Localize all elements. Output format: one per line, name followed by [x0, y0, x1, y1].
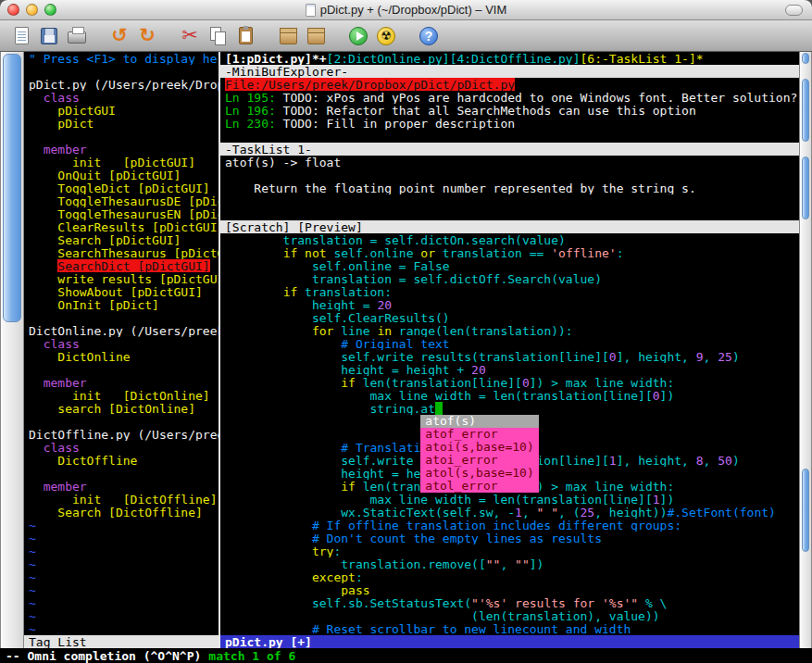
tasklist-line[interactable]: [220, 130, 799, 143]
preview-scrollbar-thumb[interactable]: [802, 156, 809, 219]
taglist-line[interactable]: SearchThesaurus [pDictG: [24, 246, 219, 259]
copy-icon[interactable]: [204, 22, 231, 50]
taglist-line[interactable]: __init__ [DictOffline]: [24, 493, 219, 506]
code-line[interactable]: (len(translation), value)): [220, 609, 799, 622]
active-statusline[interactable]: pDict.py [+]: [220, 635, 799, 648]
run-script-icon[interactable]: [344, 22, 372, 50]
right-scrollbar[interactable]: [799, 52, 812, 648]
taglist-line[interactable]: member: [24, 480, 219, 493]
taglist-line[interactable]: [24, 65, 219, 78]
mbe-buffer-entry[interactable]: [6:-TaskList_1-]*: [581, 52, 704, 65]
taglist-line[interactable]: ToggleThesaurusEN [pDic: [24, 207, 219, 220]
preview-statusline[interactable]: [Scratch] [Preview]: [220, 220, 799, 233]
code-line[interactable]: self.online = False: [220, 259, 799, 272]
save-icon[interactable]: [35, 22, 63, 50]
code-line[interactable]: # Original text: [220, 337, 799, 350]
taglist-line[interactable]: [24, 467, 219, 480]
code-line[interactable]: if not self.online or translation == 'of…: [220, 246, 799, 259]
code-line[interactable]: string.at: [220, 402, 799, 415]
mbe-buffer-entry[interactable]: [2:DictOnline.py]: [327, 52, 450, 65]
mbe-buffer-entry[interactable]: [1:pDict.py]*+: [225, 52, 327, 65]
code-line[interactable]: wx.StaticText(self.sw, -1, " ", (25, hei…: [220, 506, 799, 519]
taglist-line[interactable]: ClearResults [pDictGUI]: [24, 220, 219, 233]
taglist-line[interactable]: DictOffline.py (/Users/pree: [24, 428, 219, 441]
minimize-button[interactable]: [26, 4, 38, 16]
code-line[interactable]: # If offline translation includes differ…: [220, 519, 799, 532]
code-line[interactable]: self.sb.SetStatusText("'%s' results for …: [220, 596, 799, 609]
tasklist-scrollbar-thumb[interactable]: [802, 79, 809, 142]
toolbar-toggle-button[interactable]: [785, 5, 803, 16]
save-session-icon[interactable]: [302, 22, 330, 50]
preview-line[interactable]: [220, 207, 799, 220]
completion-item[interactable]: atol(s,base=10): [420, 467, 538, 480]
print-icon[interactable]: [63, 22, 91, 50]
taglist-line[interactable]: [24, 311, 219, 324]
taglist-line[interactable]: ToggleThesaurusDE [pDic: [24, 194, 219, 207]
taglist-line[interactable]: DictOnline.py (/Users/preek: [24, 324, 219, 337]
completion-item[interactable]: atoi_error: [420, 454, 538, 467]
completion-item[interactable]: atoi(s,base=10): [420, 441, 538, 454]
taglist-line[interactable]: [24, 363, 219, 376]
help-icon[interactable]: ?: [415, 22, 443, 50]
code-line[interactable]: max_line_width = len(translation[line][1…: [220, 493, 799, 506]
taglist-line[interactable]: SearchDict [pDictGUI]: [24, 259, 219, 272]
code-line[interactable]: translation.remove(["", ""]): [220, 557, 799, 570]
taglist-line[interactable]: DictOffline: [24, 454, 219, 467]
undo-icon[interactable]: ↺: [106, 22, 133, 50]
code-scrollbar-thumb[interactable]: [802, 469, 809, 552]
mbe-buffer-entry[interactable]: [4:DictOffline.py]: [450, 52, 581, 65]
taglist-line[interactable]: __init__ [DictOnline]: [24, 389, 219, 402]
code-line[interactable]: pass: [220, 583, 799, 596]
taglist-line[interactable]: class: [24, 337, 219, 350]
taglist-line[interactable]: write_results [pDictGUI: [24, 272, 219, 285]
taglist-line[interactable]: " Press <F1> to display hel: [24, 52, 219, 65]
taglist-line[interactable]: ToggleDict [pDictGUI]: [24, 181, 219, 194]
completion-item[interactable]: atof_error: [420, 428, 538, 441]
code-line[interactable]: for line in range(len(translation)):: [220, 324, 799, 337]
cut-icon[interactable]: ✂: [176, 22, 204, 50]
code-line[interactable]: translation = self.dictOn.search(value): [220, 233, 799, 246]
open-file-icon[interactable]: [7, 22, 35, 50]
tasklist-statusline[interactable]: -TaskList_1-: [220, 143, 799, 156]
minibuf-scrollbar-thumb[interactable]: [802, 53, 809, 64]
preview-line[interactable]: [220, 169, 799, 181]
taglist-line[interactable]: OnInit [pDict]: [24, 298, 219, 311]
code-line[interactable]: height = 20: [220, 298, 799, 311]
left-scrollbar[interactable]: [0, 52, 24, 648]
code-line[interactable]: self.ClearResults(): [220, 311, 799, 324]
taglist-line[interactable]: [24, 415, 219, 428]
title-bar[interactable]: pDict.py + (~/Dropbox/pDict) – VIM: [0, 0, 812, 20]
code-line[interactable]: # Reset scrollbar to new linecount and w…: [220, 622, 799, 635]
taglist-line[interactable]: __init__ [pDictGUI]: [24, 156, 219, 169]
preview-line[interactable]: atof(s) -> float: [220, 156, 799, 169]
code-line[interactable]: # Don't count the empty lines as results: [220, 532, 799, 544]
tasklist-line[interactable]: File:/Users/preek/Dropbox/pDict/pDict.py: [220, 78, 799, 91]
taglist-line[interactable]: Search [DictOffline]: [24, 506, 219, 519]
taglist-line[interactable]: pDict.py (/Users/preek/Drop: [24, 78, 219, 91]
taglist-line[interactable]: OnQuit [pDictGUI]: [24, 169, 219, 181]
completion-item[interactable]: atol_error: [420, 480, 538, 493]
taglist-line[interactable]: [24, 130, 219, 143]
taglist-line[interactable]: ShowAbout [pDictGUI]: [24, 285, 219, 298]
minibufexplorer-statusline[interactable]: -MiniBufExplorer-: [220, 65, 799, 78]
code-line[interactable]: translation = self.dictOff.Search(value): [220, 272, 799, 285]
taglist-line[interactable]: member: [24, 143, 219, 156]
load-session-icon[interactable]: [274, 22, 302, 50]
code-line[interactable]: except:: [220, 570, 799, 583]
taglist-line[interactable]: Search [pDictGUI]: [24, 233, 219, 246]
zoom-button[interactable]: [44, 4, 56, 16]
tasklist-line[interactable]: Ln 230: TODO: Fill in proper description: [220, 117, 799, 130]
taglist-line[interactable]: class: [24, 441, 219, 454]
redo-icon[interactable]: ↻: [133, 22, 161, 50]
taglist-line[interactable]: pDictGUI: [24, 104, 219, 117]
taglist-line[interactable]: search [DictOnline]: [24, 402, 219, 415]
close-button[interactable]: [7, 4, 19, 16]
tasklist-line[interactable]: Ln 196: TODO: Refactor that all SearchMe…: [220, 104, 799, 117]
taglist-line[interactable]: DictOnline: [24, 350, 219, 363]
taglist-statusline[interactable]: Tag_List: [24, 635, 219, 648]
paste-icon[interactable]: [231, 22, 259, 50]
code-line[interactable]: if translation:: [220, 285, 799, 298]
preview-line[interactable]: Return the floating point number represe…: [220, 181, 799, 194]
taglist-line[interactable]: member: [24, 376, 219, 389]
left-scrollbar-thumb[interactable]: [3, 54, 21, 322]
